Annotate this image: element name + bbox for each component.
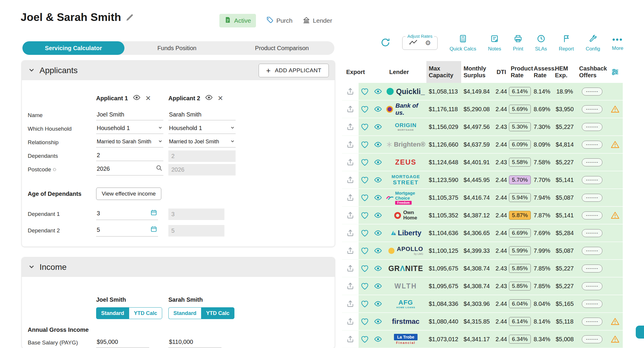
view-eye-icon[interactable]: [371, 136, 385, 153]
view-eye-icon[interactable]: [371, 83, 385, 100]
export-icon[interactable]: [342, 260, 359, 277]
export-icon[interactable]: [342, 224, 359, 242]
base-salary-applicant2[interactable]: $110,000: [168, 338, 221, 348]
applicants-section-header[interactable]: Applicants + ADD APPLICANT: [22, 61, 335, 80]
favorite-heart-icon[interactable]: [359, 118, 371, 135]
export-icon[interactable]: [342, 154, 359, 171]
cashback-offers-button[interactable]: ------: [577, 331, 607, 348]
favorite-heart-icon[interactable]: [359, 242, 371, 259]
product-rate-chip[interactable]: 6.14%: [508, 83, 531, 100]
favorite-heart-icon[interactable]: [359, 154, 371, 171]
cashback-offers-button[interactable]: ------: [577, 224, 607, 242]
product-rate-chip[interactable]: 6.69%: [508, 224, 531, 242]
view-eye-icon[interactable]: [371, 189, 385, 206]
view-eye-icon[interactable]: [371, 313, 385, 330]
lender-row[interactable]: Brighten®$1,126,660$4,637.592.446.09%8.0…: [342, 136, 623, 154]
cashback-offers-button[interactable]: ------: [577, 278, 607, 295]
name-field-applicant2[interactable]: Sarah Smith: [168, 111, 236, 120]
export-icon[interactable]: [342, 313, 359, 330]
product-rate-chip[interactable]: 5.69%: [508, 101, 531, 118]
close-icon[interactable]: ✕: [145, 95, 151, 102]
close-icon[interactable]: ✕: [218, 95, 223, 102]
eye-icon[interactable]: [133, 93, 141, 103]
dependant1-age-applicant1[interactable]: 3: [96, 208, 158, 220]
household-select-applicant2[interactable]: Household 1: [168, 124, 236, 134]
export-icon[interactable]: [342, 278, 359, 295]
view-eye-icon[interactable]: [371, 242, 385, 259]
lender-row[interactable]: AFGHOME LOANS$1,084,336$4,303.962.446.04…: [342, 295, 623, 313]
favorite-heart-icon[interactable]: [359, 224, 371, 242]
view-effective-income-button[interactable]: View effective income: [96, 188, 161, 200]
view-eye-icon[interactable]: [371, 331, 385, 348]
eye-icon[interactable]: [205, 93, 213, 103]
view-eye-icon[interactable]: [371, 260, 385, 277]
export-icon[interactable]: [342, 118, 359, 135]
product-rate-chip[interactable]: 5.87%: [508, 207, 531, 224]
view-eye-icon[interactable]: [371, 207, 385, 224]
view-eye-icon[interactable]: [371, 224, 385, 242]
lender-row[interactable]: MORTGAGESTREET$1,123,590$4,445.952.445.7…: [342, 171, 623, 189]
view-eye-icon[interactable]: [371, 118, 385, 135]
favorite-heart-icon[interactable]: [359, 260, 371, 277]
column-settings-icon[interactable]: [607, 61, 623, 83]
favorite-heart-icon[interactable]: [359, 313, 371, 330]
toolbar-more[interactable]: ••• More: [612, 35, 623, 51]
view-eye-icon[interactable]: [371, 295, 385, 312]
toolbar-print[interactable]: Print: [513, 34, 523, 52]
export-icon[interactable]: [342, 83, 359, 100]
cashback-offers-button[interactable]: ------: [577, 101, 607, 118]
product-rate-chip[interactable]: 6.09%: [508, 136, 531, 153]
product-rate-chip[interactable]: 5.85%: [508, 260, 531, 277]
cashback-offers-button[interactable]: ------: [577, 118, 607, 135]
export-icon[interactable]: [342, 242, 359, 259]
edit-title-icon[interactable]: [125, 13, 134, 22]
column-header-hem-exp[interactable]: HEM Exp.: [553, 61, 577, 83]
relationship-select-applicant2[interactable]: Married to Joel Smith: [168, 138, 236, 147]
settings-gear-icon[interactable]: ⚙: [425, 40, 431, 46]
toolbar-config[interactable]: Config: [586, 34, 600, 52]
product-rate-chip[interactable]: 5.30%: [508, 118, 531, 135]
lender-row[interactable]: La TrobeFinancial$1,073,012$4,341.172.44…: [342, 331, 623, 348]
column-header-monthly-surplus[interactable]: Monthly Surplus: [461, 61, 494, 83]
export-icon[interactable]: [342, 207, 359, 224]
product-rate-chip[interactable]: 6.14%: [508, 313, 531, 330]
cashback-offers-button[interactable]: ------: [577, 83, 607, 100]
lender-row[interactable]: GRΛNITE$1,095,675$4,308.742.435.85%7.85%…: [342, 260, 623, 278]
export-icon[interactable]: [342, 136, 359, 153]
product-rate-chip[interactable]: 5.58%: [508, 154, 531, 171]
column-header-lender[interactable]: Lender: [385, 61, 426, 83]
calendar-icon[interactable]: [150, 225, 157, 234]
favorite-heart-icon[interactable]: [359, 101, 371, 118]
postcode-field-applicant1[interactable]: 2026: [96, 164, 163, 175]
lender-row[interactable]: firstmac$1,080,440$4,315.852.446.14%8.14…: [342, 313, 623, 331]
ytd-calc-toggle[interactable]: YTD Calc: [129, 307, 162, 319]
lender-row[interactable]: ORIGINMORTGAGE$1,156,029$4,497.562.435.3…: [342, 118, 623, 136]
tab-product-comparison[interactable]: Product Comparison: [229, 41, 334, 55]
calendar-icon[interactable]: [150, 209, 157, 218]
export-icon[interactable]: [342, 101, 359, 118]
lender-row[interactable]: Bank of us.$1,176,118$5,290.082.445.69%8…: [342, 101, 623, 118]
column-header-dti[interactable]: DTI: [494, 61, 508, 83]
export-icon[interactable]: [342, 295, 359, 312]
favorite-heart-icon[interactable]: [359, 295, 371, 312]
product-rate-chip[interactable]: 5.94%: [508, 189, 531, 206]
name-field-applicant1[interactable]: Joel Smith: [96, 111, 163, 120]
dependants-field-applicant1[interactable]: 2: [96, 151, 163, 161]
lender-row[interactable]: ZEUS$1,124,648$4,401.912.435.58%7.58%$5,…: [342, 154, 623, 171]
favorite-heart-icon[interactable]: [359, 331, 371, 348]
export-icon[interactable]: [342, 189, 359, 206]
column-header-export[interactable]: Export: [342, 61, 385, 83]
income-section-header[interactable]: Income: [22, 257, 335, 277]
column-header-cashback-offers[interactable]: Cashback Offers: [577, 61, 607, 83]
favorite-heart-icon[interactable]: [359, 278, 371, 295]
search-icon[interactable]: [155, 164, 163, 173]
cashback-offers-button[interactable]: ------: [577, 260, 607, 277]
lender-row[interactable]: Quickli_$1,058,113$4,149.842.446.14%8.14…: [342, 83, 623, 101]
toolbar-slas[interactable]: SLAs: [535, 34, 547, 52]
adjust-rates-widget[interactable]: Adjust Rates ⚙: [402, 36, 438, 50]
product-rate-chip[interactable]: 5.70%: [508, 171, 531, 188]
export-icon[interactable]: [342, 331, 359, 348]
lender-row[interactable]: Mortgage ChoiceFreedom$1,105,375$4,416.7…: [342, 189, 623, 207]
export-icon[interactable]: [342, 171, 359, 188]
favorite-heart-icon[interactable]: [359, 207, 371, 224]
